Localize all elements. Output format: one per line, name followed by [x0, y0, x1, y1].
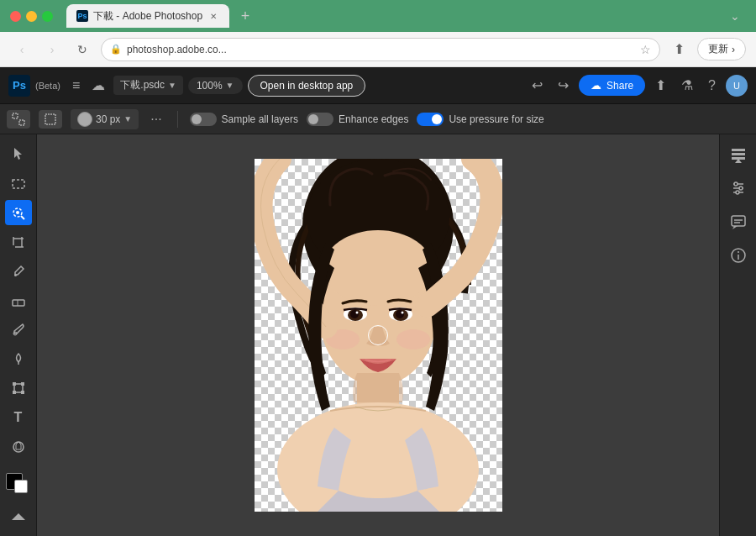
- svg-point-22: [13, 442, 24, 452]
- share-label: Share: [606, 80, 633, 92]
- select-option-icon: [44, 113, 57, 126]
- active-tab[interactable]: Ps 下載 - Adobe Photoshop ✕: [66, 4, 229, 28]
- export-button[interactable]: ⬆: [650, 74, 671, 97]
- text-tool[interactable]: T: [5, 404, 32, 430]
- zoom-label: 100%: [197, 80, 223, 92]
- address-bar: ‹ › ↻ 🔒 photoshop.adobe.co... ☆ ⬆ 更新 ›: [0, 32, 756, 67]
- svg-point-34: [350, 310, 359, 318]
- zoom-dropdown-icon: ▼: [226, 81, 234, 90]
- transform-tool[interactable]: [5, 376, 32, 402]
- redo-button[interactable]: ↪: [553, 74, 574, 97]
- close-button[interactable]: [10, 11, 21, 22]
- app-toolbar: Ps (Beta) ≡ ☁ 下載.psdc ▼ 100% ▼ Open in d…: [0, 67, 756, 104]
- tool-option-2[interactable]: [39, 110, 62, 129]
- url-text: photoshop.adobe.co...: [127, 44, 635, 55]
- file-name-selector[interactable]: 下載.psdc ▼: [113, 76, 183, 95]
- svg-rect-21: [21, 391, 24, 394]
- tool-option-1[interactable]: [7, 110, 30, 129]
- open-desktop-button[interactable]: Open in desktop app: [248, 75, 366, 97]
- tool-options-bar: 30 px ▼ ··· Sample all layers Enhance ed…: [0, 104, 756, 134]
- help-button[interactable]: ?: [703, 75, 721, 97]
- svg-rect-4: [13, 180, 24, 188]
- ps-tab-icon: Ps: [76, 10, 88, 22]
- menu-button[interactable]: ≡: [69, 75, 83, 97]
- canvas-area[interactable]: [37, 134, 719, 536]
- bookmark-button[interactable]: ☆: [640, 43, 651, 56]
- forward-button[interactable]: ›: [40, 38, 64, 61]
- more-options-button[interactable]: ···: [147, 110, 165, 129]
- svg-point-37: [401, 312, 403, 314]
- use-pressure-toggle[interactable]: [417, 113, 444, 126]
- shape-tool[interactable]: [5, 434, 32, 460]
- brush-size-text: 30 px: [96, 113, 120, 125]
- layers-button[interactable]: [725, 141, 752, 168]
- traffic-lights: [10, 11, 53, 22]
- update-button[interactable]: 更新 ›: [697, 38, 746, 60]
- sample-all-layers-toggle[interactable]: [190, 113, 217, 126]
- update-chevron-icon: ›: [732, 44, 735, 55]
- right-panel: [719, 134, 756, 536]
- zoom-selector[interactable]: 100% ▼: [188, 77, 243, 94]
- refresh-button[interactable]: ↻: [71, 38, 94, 61]
- undo-button[interactable]: ↩: [527, 74, 548, 97]
- back-button[interactable]: ‹: [10, 38, 34, 61]
- use-pressure-group: Use pressure for size: [417, 113, 543, 126]
- file-dropdown-icon: ▼: [168, 81, 176, 90]
- svg-point-39: [396, 329, 430, 349]
- use-pressure-label: Use pressure for size: [449, 113, 543, 125]
- toggle-knob-3: [432, 114, 442, 124]
- ps-logo: Ps: [8, 75, 30, 97]
- svg-point-35: [396, 310, 404, 318]
- tab-title: 下載 - Adobe Photoshop: [93, 9, 202, 24]
- minimize-button[interactable]: [26, 11, 37, 22]
- screen-mode-button[interactable]: [5, 503, 32, 529]
- sample-all-layers-group: Sample all layers: [190, 113, 298, 126]
- svg-point-6: [16, 211, 19, 214]
- select-subject-icon: [12, 113, 25, 126]
- quick-select-tool[interactable]: [5, 200, 32, 226]
- brush-dropdown-icon: ▼: [123, 114, 132, 123]
- clone-stamp-tool[interactable]: [5, 346, 32, 372]
- adjustments-button[interactable]: [725, 175, 752, 202]
- enhance-edges-label: Enhance edges: [339, 113, 408, 125]
- brush-size-selector[interactable]: 30 px ▼: [71, 109, 139, 129]
- share-icon: ☁: [591, 79, 601, 92]
- share-button[interactable]: ☁ Share: [579, 75, 645, 96]
- svg-rect-18: [13, 382, 16, 386]
- beaker-button[interactable]: ⚗: [676, 74, 698, 97]
- move-tool[interactable]: [5, 141, 32, 167]
- eraser-tool[interactable]: [5, 287, 32, 313]
- cloud-button[interactable]: ☁: [88, 74, 108, 97]
- svg-point-12: [14, 274, 17, 276]
- update-label: 更新: [708, 42, 728, 56]
- url-bar[interactable]: 🔒 photoshop.adobe.co... ☆: [101, 38, 660, 61]
- marquee-tool[interactable]: [5, 171, 32, 197]
- enhance-edges-toggle[interactable]: [307, 113, 333, 126]
- info-button[interactable]: [725, 242, 752, 269]
- svg-point-27: [277, 402, 479, 512]
- left-toolbar: T: [0, 134, 37, 536]
- tab-expand-button[interactable]: ⌄: [724, 5, 746, 27]
- color-swatches[interactable]: [6, 473, 31, 497]
- svg-marker-23: [12, 513, 25, 520]
- svg-rect-20: [13, 391, 16, 394]
- svg-point-29: [323, 230, 433, 306]
- comments-button[interactable]: [725, 208, 752, 235]
- beta-label: (Beta): [35, 81, 60, 91]
- svg-point-49: [736, 191, 739, 194]
- crop-tool[interactable]: [5, 229, 32, 255]
- fullscreen-button[interactable]: [42, 11, 53, 22]
- background-color[interactable]: [14, 480, 28, 493]
- svg-point-47: [734, 182, 738, 186]
- brush-tool[interactable]: [5, 317, 32, 343]
- user-avatar[interactable]: U: [726, 75, 748, 97]
- share-page-button[interactable]: ⬆: [667, 38, 690, 61]
- new-tab-button[interactable]: +: [234, 5, 256, 27]
- svg-rect-1: [19, 120, 24, 125]
- enhance-edges-group: Enhance edges: [307, 113, 408, 126]
- svg-marker-3: [14, 148, 22, 160]
- tab-bar: Ps 下載 - Adobe Photoshop ✕ +: [66, 4, 717, 28]
- tab-close-button[interactable]: ✕: [207, 10, 219, 22]
- svg-rect-42: [732, 149, 745, 151]
- eyedropper-tool[interactable]: [5, 258, 32, 284]
